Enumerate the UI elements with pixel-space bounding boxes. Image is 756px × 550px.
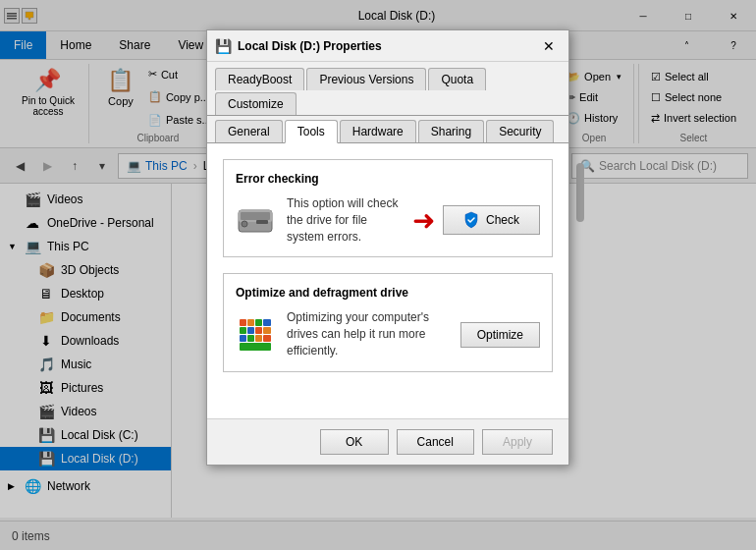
tab-general[interactable]: General bbox=[215, 120, 283, 142]
dialog-close-button[interactable]: ✕ bbox=[537, 35, 561, 57]
dialog-footer: OK Cancel Apply bbox=[207, 418, 568, 465]
svg-rect-10 bbox=[255, 319, 262, 326]
defrag-section-row: Optimizing your computer's drives can he… bbox=[236, 309, 540, 358]
error-section-title: Error checking bbox=[236, 172, 540, 186]
modal-overlay: 💾 Local Disk (D:) Properties ✕ ReadyBoos… bbox=[0, 0, 756, 550]
dialog-title-icon: 💾 bbox=[215, 38, 232, 54]
svg-rect-8 bbox=[240, 319, 246, 326]
apply-button[interactable]: Apply bbox=[482, 429, 553, 455]
optimize-button[interactable]: Optimize bbox=[460, 322, 540, 348]
optimize-btn-label: Optimize bbox=[477, 328, 523, 342]
svg-point-7 bbox=[242, 221, 247, 227]
tab-tools[interactable]: Tools bbox=[285, 120, 338, 143]
svg-rect-17 bbox=[247, 335, 254, 342]
svg-rect-15 bbox=[263, 327, 271, 334]
error-btn-area: ➜ Check bbox=[412, 204, 540, 237]
dialog-titlebar: 💾 Local Disk (D:) Properties ✕ bbox=[207, 30, 568, 62]
arrow-right-icon: ➜ bbox=[412, 204, 435, 237]
svg-rect-16 bbox=[240, 335, 246, 342]
error-description: This option will check the drive for fil… bbox=[287, 195, 401, 245]
error-drive-icon bbox=[236, 200, 275, 240]
svg-rect-19 bbox=[263, 335, 271, 342]
defrag-description: Optimizing your computer's drives can he… bbox=[287, 309, 449, 358]
check-btn-label: Check bbox=[486, 213, 519, 227]
tab-customize[interactable]: Customize bbox=[215, 92, 297, 115]
svg-rect-6 bbox=[256, 220, 268, 224]
svg-rect-5 bbox=[241, 212, 270, 220]
ok-button[interactable]: OK bbox=[320, 429, 389, 455]
defrag-section: Optimize and defragment drive bbox=[223, 273, 553, 371]
svg-rect-9 bbox=[247, 319, 254, 326]
cancel-button[interactable]: Cancel bbox=[397, 429, 474, 455]
dialog-tabs-row2: General Tools Hardware Sharing Security bbox=[207, 116, 568, 143]
tab-hardware[interactable]: Hardware bbox=[340, 120, 416, 142]
svg-rect-12 bbox=[240, 327, 246, 334]
check-button[interactable]: Check bbox=[443, 205, 540, 235]
svg-rect-14 bbox=[255, 327, 262, 334]
properties-dialog: 💾 Local Disk (D:) Properties ✕ ReadyBoos… bbox=[206, 29, 569, 466]
error-section-row: This option will check the drive for fil… bbox=[236, 195, 540, 245]
dialog-title-text: Local Disk (D:) Properties bbox=[238, 39, 531, 53]
defrag-icon bbox=[236, 315, 275, 355]
dialog-tabs: ReadyBoost Previous Versions Quota Custo… bbox=[207, 62, 568, 116]
tab-quota[interactable]: Quota bbox=[428, 68, 486, 90]
error-checking-section: Error checking Th bbox=[223, 159, 553, 257]
svg-rect-11 bbox=[263, 319, 271, 326]
tab-previous-versions[interactable]: Previous Versions bbox=[306, 68, 426, 90]
svg-rect-18 bbox=[255, 335, 262, 342]
svg-rect-20 bbox=[240, 343, 271, 351]
dialog-content: Error checking Th bbox=[207, 143, 568, 418]
defrag-section-title: Optimize and defragment drive bbox=[236, 286, 540, 300]
tab-readyboost[interactable]: ReadyBoost bbox=[215, 68, 304, 90]
svg-rect-13 bbox=[247, 327, 254, 334]
tab-security[interactable]: Security bbox=[486, 120, 554, 142]
tab-sharing[interactable]: Sharing bbox=[418, 120, 484, 142]
